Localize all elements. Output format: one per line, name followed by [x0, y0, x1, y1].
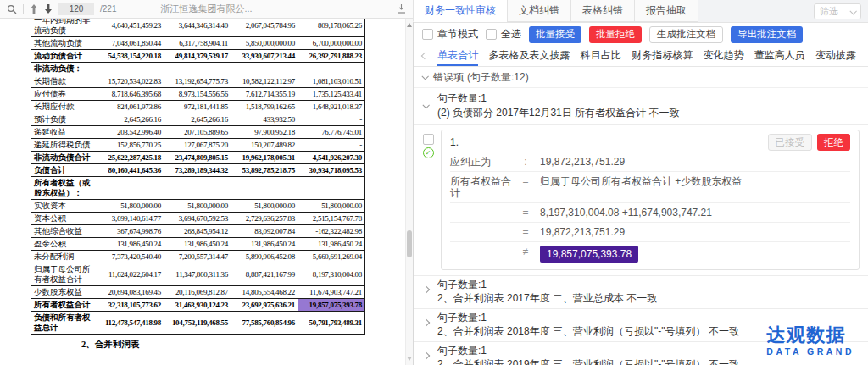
sub-tab[interactable]: 财务指标核算 [632, 46, 693, 66]
table-row: 所有者权益合计 32,318,105,773.62 31,463,930,124… [31, 299, 365, 312]
table-row: 其他流动负债 7,048,061,850.44 6,317,758,904.11… [31, 37, 365, 50]
document-page-area: 一年内到期的非流动负债 4,640,451,459.23 3,644,346,3… [0, 19, 405, 365]
correction-colon: : [511, 156, 540, 168]
main-tab[interactable]: 报告抽取 [634, 0, 698, 22]
prev-page-arrow-up-icon[interactable] [30, 4, 38, 14]
cell-col3: 33,930,607,213.44 [231, 50, 298, 63]
sub-tab-bar: 单表合计 多表格及表文披露 科目占比 财务指标核算 变化 [414, 46, 868, 67]
cell-col2: 49,814,379,539.17 [164, 50, 231, 63]
formula-value: 19,872,213,751.29 [540, 226, 625, 238]
cell-col2: 131,986,450.24 [164, 238, 231, 251]
cell-col3: 77,585,760,854.96 [231, 312, 298, 335]
row-label: 流动负债合计 [31, 50, 97, 63]
table-row: 实收资本 51,800,000.00 51,800,000.00 51,800,… [31, 200, 365, 213]
cell-col3: 131,986,450.24 [231, 238, 298, 251]
cell-col1: 8,718,646,395.68 [97, 88, 164, 101]
export-annotated-doc-button[interactable]: 导出批注文档 [731, 26, 803, 43]
sub-tab[interactable]: 变动披露 [815, 46, 856, 66]
table-row: 长期应付款 824,061,973.86 972,181,441.85 1,51… [31, 101, 365, 113]
cell-col4: - [298, 113, 365, 126]
accepted-button[interactable]: 已接受 [768, 134, 813, 151]
error-group-header[interactable]: 错误项 (句子数量:12) [414, 67, 868, 87]
sub-tab[interactable]: 多表格及表文披露 [489, 46, 570, 66]
select-all-checkbox[interactable] [486, 29, 497, 40]
table-row: 递延所得税负债 152,856,770.25 127,067,875.20 15… [31, 139, 365, 152]
sub-tab-label: 单表合计 [437, 48, 478, 63]
cell-col2: 13,192,654,775.73 [164, 75, 231, 88]
sub-tab-label: 科目占比 [581, 48, 621, 63]
sub-tab[interactable]: 变化趋势 [703, 46, 743, 66]
reject-button[interactable]: 拒绝 [817, 134, 850, 151]
cell-col4: 5,660,691,269.04 [298, 251, 365, 263]
sub-tab[interactable]: 科目占比 [581, 46, 621, 66]
formula-operator: = [511, 207, 540, 218]
error-item-header[interactable]: 句子数量:1 (2) 负债部分 2017年12月31日 所有者权益合计 不一致 [414, 87, 868, 125]
cell-col2: 23,474,809,805.15 [164, 152, 231, 164]
cell-col3: 53,892,785,218.75 [231, 164, 298, 177]
chapter-mode-checkbox[interactable] [422, 29, 433, 40]
cell-col3: 7,612,714,355.19 [231, 88, 298, 101]
sentence-count: 句子数量:1 [437, 345, 860, 358]
collapsed-error-item[interactable]: 句子数量:1 2、合并利润表 2019年度 三、营业利润（亏损以"-"号填列） … [414, 342, 868, 365]
cell-col4: - [298, 139, 365, 152]
row-label: 非流动负债合计 [31, 152, 97, 164]
section-caption: 2、合并利润表 [81, 339, 405, 351]
cell-col2 [164, 177, 231, 200]
scrollbar-thumb[interactable] [407, 230, 412, 257]
table-row: 非流动负债合计 25,622,287,425.18 23,474,809,805… [31, 152, 365, 164]
cell-col4: 11,674,903,747.21 [298, 286, 365, 299]
audit-panel: 财务一致性审核 文档纠错 表格纠错 报告抽取 筛选 章节模式 [414, 0, 868, 365]
accepted-check-icon: ✓ [423, 147, 434, 158]
cell-col4: -162,322,482.98 [298, 225, 365, 238]
error-header-label: 错误项 [433, 70, 464, 85]
batch-accept-button[interactable]: 批量接受 [529, 26, 581, 43]
cell-col2: 207,105,889.65 [164, 126, 231, 139]
zoom-search-icon[interactable] [7, 4, 17, 14]
sub-tab[interactable]: 董监高人员 [754, 46, 805, 66]
cell-col1: 824,061,973.86 [97, 101, 164, 113]
row-label: 长期借款 [31, 75, 97, 88]
cell-col4: 76,776,745.01 [298, 126, 365, 139]
row-label: 递延所得税负债 [31, 139, 97, 152]
scrollbar-down-arrow-icon[interactable] [407, 357, 412, 361]
row-label: 递延收益 [31, 126, 97, 139]
filter-select[interactable]: 筛选 [814, 3, 861, 19]
generate-annotated-doc-button[interactable]: 生成批注文档 [649, 26, 723, 43]
formula-operator: ≠ [511, 246, 540, 257]
cell-col1: 80,160,441,645.36 [97, 164, 164, 177]
cell-col2: 73,289,189,344.32 [164, 164, 231, 177]
main-tab[interactable]: 财务一致性审核 [413, 0, 508, 22]
document-scrollbar[interactable] [405, 19, 413, 365]
page-number-input[interactable] [58, 3, 94, 15]
collapsed-error-title: 2、合并利润表 2017年度 二、营业总成本 不一致 [437, 292, 860, 306]
scroll-left-chevron-icon[interactable] [421, 53, 428, 59]
cell-col3: 19,962,178,005.31 [231, 152, 298, 164]
sub-tab[interactable]: 单表合计 [437, 46, 478, 66]
chevron-right-icon [423, 352, 430, 359]
collapsed-error-item[interactable]: 句子数量:1 2、合并利润表 2018年度 三、营业利润（亏损以"-"号填列） … [414, 309, 868, 342]
cell-col1: 4,640,451,459.23 [97, 19, 164, 37]
main-tab[interactable]: 文档纠错 [507, 0, 571, 22]
row-label: 实收资本 [31, 200, 97, 213]
error-item-checkbox[interactable] [423, 134, 434, 145]
table-row: 流动负债合计 54,538,154,220.18 49,814,379,539.… [31, 50, 365, 63]
cell-col1: 2,645,266.16 [97, 113, 164, 126]
scrollbar-up-arrow-icon[interactable] [407, 23, 412, 27]
main-tab[interactable]: 表格纠错 [570, 0, 635, 22]
cell-col3: 8,887,421,167.99 [231, 263, 298, 286]
download-icon[interactable] [397, 4, 406, 14]
cell-col4 [298, 63, 365, 75]
next-page-arrow-down-icon[interactable] [44, 4, 53, 14]
row-label: 归属于母公司所有者权益合计 [31, 263, 97, 286]
app-window: /221 浙江恒逸集团有限公... 一年内到期的非流动负债 4,640 [0, 0, 868, 365]
cell-col4: 8,197,310,004.08 [298, 263, 365, 286]
cell-col3: 10,582,122,112.97 [231, 75, 298, 88]
cell-col2 [164, 63, 231, 75]
batch-reject-button[interactable]: 批量拒绝 [589, 26, 642, 43]
document-viewer-panel: /221 浙江恒逸集团有限公... 一年内到期的非流动负债 4,640 [0, 0, 414, 365]
sentence-count: 句子数量:1 [437, 279, 860, 292]
cell-col4: 51,800,000.00 [298, 200, 365, 213]
collapsed-error-item[interactable]: 句子数量:1 2、合并利润表 2017年度 二、营业总成本 不一致 [414, 276, 868, 309]
cell-col2: 51,800,000.00 [164, 200, 231, 213]
collapsed-error-title: 2、合并利润表 2018年度 三、营业利润（亏损以"-"号填列） 不一致 [437, 325, 860, 339]
